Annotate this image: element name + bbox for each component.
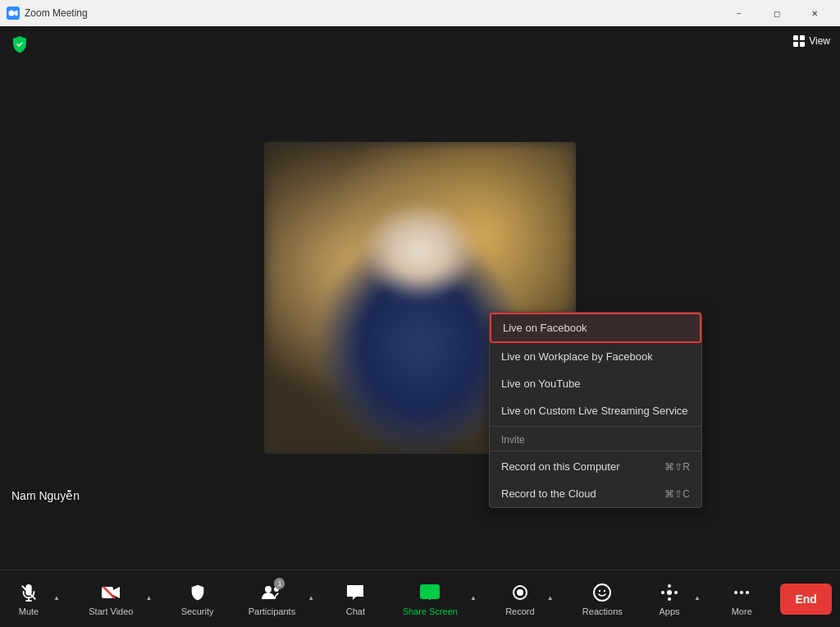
svg-point-30 — [734, 591, 737, 594]
live-custom-item[interactable]: Live on Custom Live Streaming Service — [490, 397, 701, 424]
svg-rect-2 — [793, 35, 798, 40]
end-meeting-button[interactable]: End — [780, 584, 831, 615]
record-cloud-item[interactable]: Record to the Cloud ⌘⇧C — [490, 480, 701, 507]
record-button[interactable]: Record — [497, 578, 542, 620]
apps-caret[interactable]: ▲ — [692, 586, 703, 609]
security-button[interactable]: Security — [173, 578, 222, 620]
participants-label: Participants — [249, 606, 295, 616]
record-caret[interactable]: ▲ — [545, 586, 556, 609]
window-title: Zoom Meeting — [25, 7, 88, 19]
security-icon — [186, 581, 209, 604]
window-controls: − ◻ ✕ — [720, 0, 833, 26]
apps-button[interactable]: Apps — [649, 578, 690, 620]
security-label: Security — [181, 606, 214, 616]
share-screen-caret[interactable]: ▲ — [468, 586, 479, 609]
record-icon — [509, 581, 532, 604]
record-computer-item[interactable]: Record on this Computer ⌘⇧R — [490, 453, 701, 480]
meeting-toolbar: Mute ▲ Start Video ▲ Security — [0, 570, 840, 627]
live-facebook-item[interactable]: Live on Facebook — [490, 313, 701, 343]
svg-point-23 — [599, 590, 600, 592]
title-bar: Zoom Meeting − ◻ ✕ — [0, 0, 840, 26]
reactions-label: Reactions — [582, 606, 623, 616]
svg-rect-9 — [102, 587, 113, 598]
shield-icon — [10, 34, 30, 54]
start-video-button[interactable]: Start Video — [80, 578, 141, 620]
svg-rect-5 — [800, 42, 805, 47]
participants-icon: 1 — [260, 581, 283, 604]
svg-point-27 — [668, 597, 671, 601]
mute-caret[interactable]: ▲ — [51, 586, 62, 609]
participant-name: Nam Nguyễn — [11, 489, 80, 502]
view-button[interactable]: View — [792, 34, 830, 48]
svg-point-28 — [661, 591, 664, 594]
svg-marker-1 — [15, 11, 18, 16]
svg-point-25 — [667, 590, 672, 595]
apps-label: Apps — [659, 606, 679, 616]
app-icon — [7, 7, 20, 20]
svg-point-12 — [265, 586, 272, 593]
share-screen-icon — [418, 581, 441, 604]
start-video-icon — [99, 581, 122, 604]
svg-rect-4 — [793, 42, 798, 47]
reactions-button[interactable]: Reactions — [574, 578, 631, 620]
mute-icon — [17, 581, 40, 604]
more-button[interactable]: More — [721, 578, 762, 620]
record-label: Record — [505, 606, 534, 616]
start-video-label: Start Video — [89, 606, 133, 616]
title-bar-left: Zoom Meeting — [7, 7, 88, 20]
record-popup-menu: Live on Facebook Live on Workplace by Fa… — [489, 312, 702, 508]
more-icon — [730, 581, 753, 604]
share-screen-button[interactable]: Share Screen — [395, 578, 466, 620]
view-label: View — [809, 35, 830, 47]
apps-icon — [658, 581, 681, 604]
close-button[interactable]: ✕ — [796, 0, 833, 26]
participants-caret[interactable]: ▲ — [305, 586, 317, 609]
share-screen-label: Share Screen — [403, 606, 458, 616]
minimize-button[interactable]: − — [720, 0, 758, 26]
svg-point-22 — [594, 584, 610, 601]
video-caret[interactable]: ▲ — [143, 586, 154, 609]
live-youtube-item[interactable]: Live on YouTube — [490, 370, 701, 397]
chat-button[interactable]: Chat — [335, 578, 376, 620]
mute-button[interactable]: Mute — [8, 578, 49, 620]
more-label: More — [732, 606, 752, 616]
svg-point-29 — [674, 591, 678, 594]
chat-icon — [344, 581, 367, 604]
svg-point-0 — [9, 11, 15, 16]
svg-point-31 — [740, 591, 743, 594]
svg-point-26 — [668, 584, 671, 588]
mute-label: Mute — [19, 606, 39, 616]
popup-divider-1 — [490, 426, 701, 427]
maximize-button[interactable]: ◻ — [758, 0, 796, 26]
svg-point-21 — [517, 589, 523, 596]
participants-button[interactable]: 1 Participants — [240, 578, 304, 620]
svg-rect-3 — [800, 35, 805, 40]
reactions-icon — [591, 581, 614, 604]
invite-label: Invite — [490, 428, 701, 449]
main-video-area: View Nam Nguyễn Live on Facebook Live on… — [0, 26, 840, 570]
chat-label: Chat — [346, 606, 365, 616]
popup-divider-2 — [490, 451, 701, 451]
live-workplace-item[interactable]: Live on Workplace by Facebook — [490, 343, 701, 370]
svg-point-24 — [604, 590, 605, 592]
svg-point-32 — [746, 591, 749, 594]
